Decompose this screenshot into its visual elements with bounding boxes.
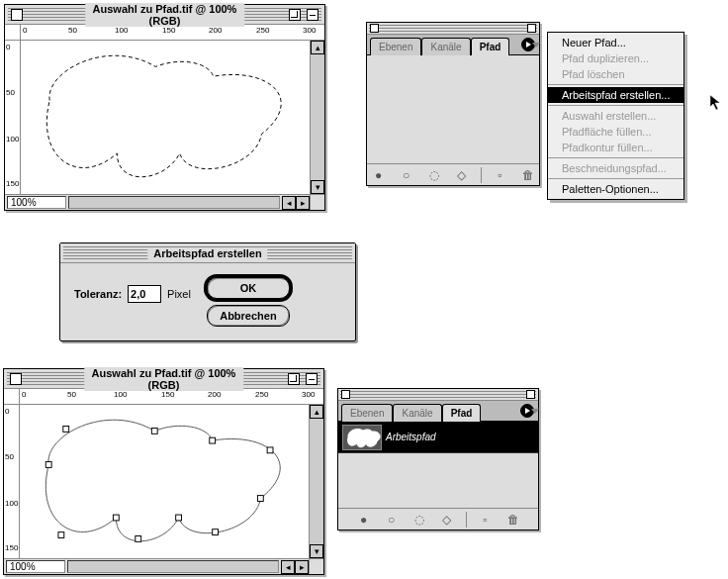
zoom-icon[interactable] — [289, 9, 301, 21]
ruler-mark: 50 — [6, 88, 15, 97]
palette-header[interactable] — [367, 23, 539, 35]
scroll-down-icon[interactable]: ▾ — [310, 544, 323, 558]
menu-neuer-pfad[interactable]: Neuer Pfad... — [548, 35, 683, 50]
new-path-icon[interactable]: ▫ — [477, 512, 495, 528]
close-icon[interactable] — [10, 373, 22, 385]
ruler-vertical[interactable]: 0 50 100 150 — [5, 41, 21, 194]
ruler-mark: 50 — [5, 452, 14, 461]
ruler-mark: 100 — [115, 26, 128, 35]
svg-rect-9 — [136, 535, 141, 541]
cursor-icon — [710, 95, 724, 111]
tab-ebenen[interactable]: Ebenen — [341, 404, 393, 422]
close-icon[interactable] — [11, 9, 23, 21]
titlebar[interactable]: Auswahl zu Pfad.tif @ 100% (RGB) — [5, 5, 324, 25]
ruler-origin[interactable] — [5, 25, 21, 41]
tab-ebenen[interactable]: Ebenen — [370, 38, 421, 55]
scrollbar-v[interactable] — [311, 54, 324, 180]
ruler-mark: 150 — [162, 26, 175, 35]
zoom-icon[interactable] — [288, 373, 300, 385]
close-icon[interactable] — [341, 390, 350, 399]
new-path-icon[interactable]: ▫ — [492, 167, 509, 183]
collapse-icon[interactable] — [526, 390, 535, 399]
menu-auswahl-erstellen: Auswahl erstellen... — [548, 108, 683, 124]
ruler-vertical[interactable]: 0 50 100 150 — [4, 405, 20, 558]
scroll-left-icon[interactable]: ◂ — [281, 560, 295, 574]
tolerance-input[interactable] — [128, 285, 161, 303]
palette-menu-icon[interactable] — [521, 38, 535, 51]
titlebar[interactable]: Auswahl zu Pfad.tif @ 100% (RGB) — [4, 369, 323, 389]
palette-menu-icon[interactable] — [520, 404, 534, 418]
ruler-mark: 0 — [5, 407, 9, 416]
svg-rect-8 — [176, 515, 182, 521]
collapse-icon[interactable] — [527, 24, 536, 33]
svg-rect-1 — [46, 462, 51, 468]
collapse-icon[interactable] — [306, 373, 318, 385]
tab-pfad[interactable]: Pfad — [471, 38, 510, 55]
svg-rect-6 — [257, 496, 263, 502]
menu-arbeitspfad-erstellen[interactable]: Arbeitspfad erstellen... — [548, 87, 683, 103]
ruler-mark: 250 — [255, 390, 268, 399]
fill-path-icon[interactable]: ● — [370, 167, 388, 183]
path-thumbnail — [342, 425, 382, 450]
palette-header[interactable] — [338, 389, 538, 401]
scroll-right-icon[interactable]: ▸ — [295, 560, 309, 574]
tab-kanaele[interactable]: Kanäle — [421, 38, 470, 55]
ruler-mark: 250 — [256, 26, 269, 35]
zoom-field[interactable]: 100% — [6, 560, 65, 573]
palette-content[interactable] — [367, 54, 539, 163]
dialog-titlebar[interactable]: Arbeitspfad erstellen — [60, 243, 355, 263]
ruler-mark: 150 — [5, 543, 18, 552]
canvas[interactable] — [20, 405, 309, 558]
tab-pfad[interactable]: Pfad — [442, 404, 482, 422]
scroll-down-icon[interactable]: ▾ — [311, 180, 324, 194]
fill-path-icon[interactable]: ● — [355, 512, 373, 528]
scrollbar-h[interactable] — [68, 196, 280, 209]
ruler-horizontal[interactable]: 0 50 100 150 200 250 300 — [20, 389, 323, 405]
work-path — [20, 405, 309, 558]
ruler-mark: 50 — [68, 26, 77, 35]
stroke-path-icon[interactable]: ○ — [398, 167, 415, 183]
path-row-arbeitspfad[interactable]: Arbeitspfad — [338, 422, 538, 453]
stroke-path-icon[interactable]: ○ — [383, 512, 401, 528]
menu-beschneidungspfad: Beschneidungspfad... — [548, 160, 683, 176]
scroll-right-icon[interactable]: ▸ — [296, 196, 310, 210]
menu-separator — [548, 105, 683, 106]
path-name: Arbeitspfad — [386, 432, 436, 442]
statusbar: 100% ◂ ▸ — [5, 194, 324, 210]
menu-paletten-optionen[interactable]: Paletten-Optionen... — [548, 181, 683, 197]
selection-to-path-icon[interactable]: ◇ — [438, 512, 456, 528]
path-to-selection-icon[interactable]: ◌ — [425, 167, 443, 183]
scroll-left-icon[interactable]: ◂ — [282, 196, 296, 210]
canvas[interactable] — [21, 41, 310, 194]
ruler-origin[interactable] — [4, 389, 20, 405]
palette-content[interactable]: Arbeitspfad — [338, 421, 538, 508]
palette-tabs: Ebenen Kanäle Pfad — [338, 401, 538, 421]
ok-button[interactable]: OK — [207, 277, 290, 299]
arbeitspfad-dialog: Arbeitspfad erstellen Toleranz: Pixel OK… — [59, 242, 356, 341]
zoom-field[interactable]: 100% — [7, 196, 66, 209]
scroll-up-icon[interactable]: ▴ — [310, 405, 323, 419]
svg-rect-11 — [58, 532, 64, 538]
menu-pfad-loeschen: Pfad löschen — [548, 66, 683, 82]
resize-grip-icon[interactable] — [310, 195, 324, 210]
statusbar: 100% ◂ ▸ — [4, 558, 323, 574]
cancel-button[interactable]: Abbrechen — [207, 305, 290, 327]
scroll-up-icon[interactable]: ▴ — [311, 41, 324, 54]
collapse-icon[interactable] — [307, 9, 318, 21]
svg-rect-4 — [210, 437, 216, 443]
ruler-mark: 100 — [5, 499, 18, 508]
close-icon[interactable] — [370, 24, 379, 33]
resize-grip-icon[interactable] — [309, 559, 323, 574]
path-to-selection-icon[interactable]: ◌ — [410, 512, 428, 528]
scrollbar-v[interactable] — [310, 419, 323, 544]
window-title: Auswahl zu Pfad.tif @ 100% (RGB) — [85, 3, 245, 27]
selection-to-path-icon[interactable]: ◇ — [453, 167, 471, 183]
svg-rect-3 — [151, 428, 157, 434]
palette-footer: ● ○ ◌ ◇ ▫ 🗑 — [338, 508, 538, 530]
delete-path-icon[interactable]: 🗑 — [504, 512, 522, 528]
tab-kanaele[interactable]: Kanäle — [393, 404, 441, 422]
delete-path-icon[interactable]: 🗑 — [519, 167, 537, 183]
scrollbar-h[interactable] — [67, 560, 279, 573]
ruler-horizontal[interactable]: 0 50 100 150 200 250 300 — [21, 25, 324, 41]
menu-pfadkontur-fuellen: Pfadkontur füllen... — [548, 140, 683, 155]
